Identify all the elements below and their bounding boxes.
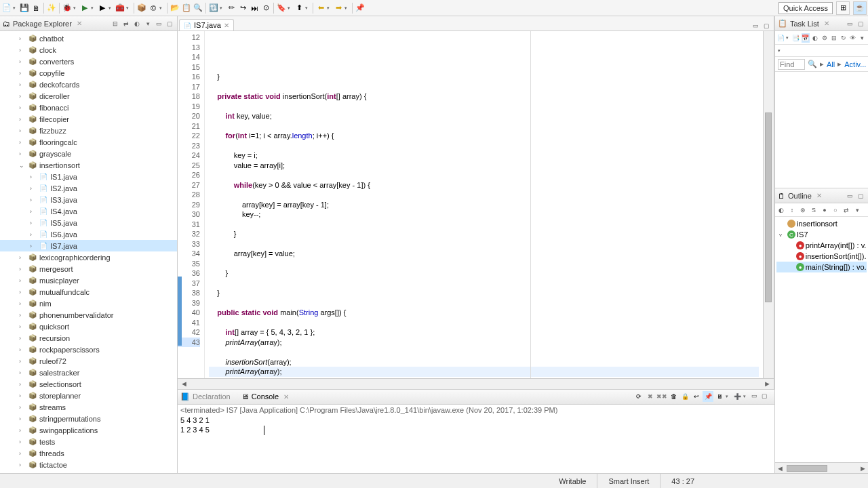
maximize-icon[interactable]: ▢ [856,19,865,28]
tree-package[interactable]: ›ruleof72 [0,355,177,367]
search-icon[interactable]: 🔍 [808,60,817,68]
mark-icon[interactable]: ✏ [226,3,237,14]
close-icon[interactable]: ✕ [224,22,229,29]
schedule-icon[interactable]: 📅 [802,33,810,43]
maximize-icon[interactable]: ▢ [856,191,865,201]
tree-package[interactable]: ›threads [0,447,177,459]
tree-package[interactable]: ⌄insertionsort [0,159,177,171]
clear-console-icon[interactable]: 🗑 [668,391,679,402]
tree-package[interactable]: ›lexicographicordering [0,251,177,263]
open-perspective-icon[interactable]: ⊞ [836,1,850,15]
tree-package[interactable]: ›phonenumbervalidator [0,309,177,321]
toggle-icon[interactable]: 🔃 [208,3,219,14]
horizontal-scrollbar[interactable]: ◄ ► [178,378,774,389]
tree-package[interactable]: ›chatbot [0,33,177,44]
coverage-icon[interactable]: ▶ [97,3,108,14]
tree-package[interactable]: ›stringpermutations [0,413,177,424]
tree-package[interactable]: ›copyfile [0,67,177,79]
all-link[interactable]: All [827,60,835,68]
fwd-icon[interactable]: ➡ [333,3,344,14]
tree-package[interactable]: ›converters [0,56,177,67]
open-type-icon[interactable]: 📂 [170,3,180,14]
tree-file[interactable]: ›IS1.java [0,171,177,182]
tree-package[interactable]: ›quicksort [0,321,177,332]
tree-file[interactable]: ›IS7.java [0,240,177,251]
new-pkg-icon[interactable]: 📦 [136,3,147,14]
back-icon[interactable]: ⬅ [315,3,326,14]
tree-package[interactable]: ›mutualfundcalc [0,286,177,298]
outline-tree[interactable]: insertionsortvCIS7●printArray(int[]) : v… [775,217,868,462]
hide-local-icon[interactable]: ○ [831,205,840,215]
view-menu-icon[interactable]: ▾ [143,19,153,28]
remove-launch-icon[interactable]: ✖ [645,391,656,402]
close-icon[interactable]: ✕ [814,191,824,201]
step-icon[interactable]: ↪ [237,3,248,14]
java-perspective-icon[interactable]: ☕ [853,1,867,15]
terminate-relaunch-icon[interactable]: ⟳ [633,391,644,402]
link-editor-icon[interactable]: ⇄ [121,19,131,28]
focus-icon[interactable]: ◐ [776,205,786,215]
filter-icon[interactable]: ⚙ [821,33,829,43]
outline-item[interactable]: ●insertionSort(int[])... [776,251,867,262]
pin-console-icon[interactable]: 📌 [703,391,713,402]
tree-package[interactable]: ›flooringcalc [0,136,177,148]
outline-item[interactable]: ●printArray(int[]) : v... [776,240,867,251]
close-icon[interactable]: ✕ [822,19,831,28]
tree-package[interactable]: ›nim [0,298,177,309]
debug-icon[interactable]: 🐞 [62,3,73,14]
collapse-icon[interactable]: ⊟ [830,33,838,43]
open-console-icon[interactable]: ➕ [732,391,743,402]
editor-tab[interactable]: IS7.java ✕ [179,19,234,30]
new-icon[interactable]: 📄 [1,3,12,14]
save-icon[interactable]: 💾 [19,3,30,14]
display-console-icon[interactable]: 🖥 [714,391,725,402]
tree-package[interactable]: ›diceroller [0,90,177,102]
sort-icon[interactable]: ↕ [787,205,797,215]
save-all-icon[interactable]: 🗎 [31,3,41,14]
minimize-icon[interactable]: ▭ [845,191,854,201]
focus-icon[interactable]: ◐ [811,33,819,43]
ext-tools-icon[interactable]: 🧰 [115,3,125,14]
tree-package[interactable]: ›streams [0,401,177,413]
tree-package[interactable]: ›selectionsort [0,378,177,390]
tree-package[interactable]: ›storeplanner [0,390,177,401]
prev-icon[interactable]: ⬆ [294,3,304,14]
tab-declaration[interactable]: Declaration [193,392,231,401]
package-tree[interactable]: ›chatbot›clock›converters›copyfile›decko… [0,31,177,473]
run-icon[interactable]: ▶ [79,3,90,14]
collapse-all-icon[interactable]: ⊟ [111,19,120,28]
quick-access[interactable]: Quick Access [778,2,833,14]
hide-nonpublic-icon[interactable]: ● [820,205,829,215]
tree-package[interactable]: ›tests [0,436,177,447]
hide-fields-icon[interactable]: ⊗ [798,205,808,215]
code-editor[interactable]: 1213141516171819202122232425262728293031… [178,31,763,378]
skip-icon[interactable]: ⏭ [249,3,260,14]
tree-package[interactable]: ›deckofcards [0,79,177,90]
close-icon[interactable]: ✕ [75,19,84,28]
tree-package[interactable]: ›filecopier [0,113,177,125]
close-icon[interactable]: ✕ [281,392,291,401]
scroll-lock-icon[interactable]: 🔒 [679,391,690,402]
tree-package[interactable]: ›grayscale [0,148,177,159]
tree-package[interactable]: ›fibonacci [0,102,177,113]
hide-static-icon[interactable]: S [809,205,818,215]
dropdown-icon[interactable]: ▾ [778,45,783,56]
pin-icon[interactable]: 📌 [355,3,366,14]
dropdown-icon[interactable]: ▾ [13,3,18,14]
new-class-icon[interactable]: © [148,3,159,14]
link-icon[interactable]: ⇄ [842,205,851,215]
tree-package[interactable]: ›fizzbuzz [0,125,177,136]
tree-file[interactable]: ›IS4.java [0,205,177,217]
tree-package[interactable]: ›rockpaperscissors [0,344,177,355]
tree-file[interactable]: ›IS2.java [0,182,177,194]
tree-package[interactable]: ›swingapplications [0,424,177,436]
minimize-icon[interactable]: ▭ [845,19,854,28]
tree-package[interactable]: ›recursion [0,332,177,344]
menu-icon[interactable]: ▾ [859,33,867,43]
tree-package[interactable]: ›tictactoe [0,459,177,470]
menu-icon[interactable]: ▾ [852,205,862,215]
horizontal-scrollbar[interactable]: ◄ ► [775,462,868,473]
bp-icon[interactable]: ⊙ [260,3,271,14]
sync-icon[interactable]: ↻ [840,33,848,43]
tree-package[interactable]: ›mergesort [0,263,177,274]
